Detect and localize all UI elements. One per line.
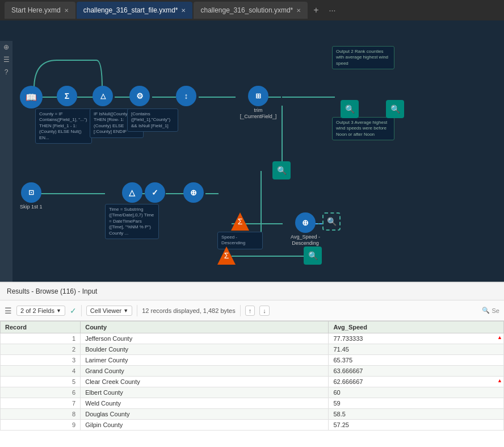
table-row: 8Douglas County58.5	[1, 409, 504, 420]
formula-box-4: Time = Substring ([Time/Date],0,7) Time …	[105, 204, 159, 239]
sep-2	[137, 305, 137, 316]
viewer-chevron: ▼	[123, 308, 128, 314]
formula-node-1[interactable]: Σ	[57, 86, 77, 106]
cell-record: 4	[1, 366, 81, 377]
tab-start-here-label: Start Here.yxmd	[11, 6, 61, 14]
summarize-node-1[interactable]: Σ Speed - Descending	[217, 212, 263, 248]
viewer-label: Cell Viewer	[90, 307, 121, 314]
col-header-record[interactable]: Record	[1, 321, 81, 333]
records-info: 12 records displayed, 1,482 bytes	[142, 307, 236, 314]
cell-county: Weld County	[81, 398, 329, 409]
hamburger-icon: ☰	[5, 306, 12, 315]
table-row: 1Jefferson County77.733333▲	[1, 333, 504, 344]
cell-avgspeed: 60	[329, 387, 504, 398]
fields-label: 2 of 2 Fields	[20, 307, 54, 314]
search-label: Se	[492, 307, 499, 314]
skip-label: Skip 1st 1	[20, 204, 43, 210]
tab-challenge-start-label: challenge_316_start_file.yxmd*	[83, 6, 178, 14]
cell-county: Douglas County	[81, 409, 329, 420]
cell-avgspeed: 57.25	[329, 420, 504, 431]
cell-county: Clear Creek County	[81, 377, 329, 387]
cell-record: 5	[1, 377, 81, 387]
tab-start-here[interactable]: Start Here.yxmd ✕	[5, 2, 75, 19]
table-row: 9Gilpin County57.25	[1, 420, 504, 431]
fields-chevron: ▼	[56, 308, 61, 314]
browse-output-1[interactable]: 🔍	[341, 100, 359, 118]
data-table-scroll[interactable]: Record County Avg_Speed 1Jefferson Count…	[0, 321, 504, 447]
table-row: 4Grand County63.666667	[1, 366, 504, 377]
cell-county: Grand County	[81, 366, 329, 377]
union-join-node[interactable]: ⊕ Avg_Speed - Descending	[283, 212, 328, 247]
cell-record: 7	[1, 398, 81, 409]
cell-county: Elbert County	[81, 387, 329, 398]
sidebar-move-icon[interactable]: ⊕	[3, 43, 9, 51]
cell-record: 1	[1, 333, 81, 344]
results-table: Record County Avg_Speed 1Jefferson Count…	[0, 321, 504, 431]
cell-avgspeed: 59	[329, 398, 504, 409]
table-row: 5Clear Creek County62.666667▲	[1, 377, 504, 387]
tab-more-button[interactable]: ···	[325, 3, 341, 17]
tab-start-here-close[interactable]: ✕	[64, 7, 69, 14]
cell-record: 8	[1, 409, 81, 420]
results-header: Results - Browse (116) - Input	[0, 283, 504, 300]
union-node[interactable]: ⊕	[183, 182, 204, 203]
cell-record: 3	[1, 355, 81, 366]
tab-challenge-start-close[interactable]: ✕	[181, 7, 186, 14]
results-toolbar: ☰ 2 of 2 Fields ▼ ✓ Cell Viewer ▼ 12 rec…	[0, 300, 504, 321]
results-title: Results - Browse (116) - Input	[7, 287, 97, 295]
workflow-canvas: ⊕ ☰ ? 📖 Σ	[0, 20, 504, 282]
browse-node-dashed[interactable]: 🔍	[322, 212, 341, 231]
search-area: 🔍 Se	[482, 307, 499, 314]
table-row: 6Elbert County60	[1, 387, 504, 398]
cell-record: 2	[1, 344, 81, 355]
cell-record: 6	[1, 387, 81, 398]
sep-3	[240, 305, 241, 316]
sep-1	[81, 305, 82, 316]
formula-node-2[interactable]: △	[93, 86, 113, 106]
tab-challenge-solution-label: challenge_316_solution.yxmd*	[200, 6, 293, 14]
browse-node-bottom[interactable]: 🔍	[304, 247, 322, 265]
input-node[interactable]: 📖	[20, 86, 43, 108]
avg-label: Avg_Speed - Descending	[283, 234, 328, 247]
cell-avgspeed: 77.733333▲	[329, 333, 504, 344]
table-row: 3Larimer County65.375	[1, 355, 504, 366]
formula-box-3: [Contains ([Field_1],"County") && IsNull…	[127, 108, 178, 132]
col-header-avgspeed[interactable]: Avg_Speed	[329, 321, 504, 333]
scroll-up-button[interactable]: ↑	[245, 306, 255, 316]
col-header-county[interactable]: County	[81, 321, 329, 333]
filter-node[interactable]: ⚙	[129, 86, 150, 106]
trim-node[interactable]: ⊞ trim [_CurrentField_]	[236, 86, 281, 120]
cell-avgspeed: 62.666667▲	[329, 377, 504, 387]
browse-node-top[interactable]: 🔍	[272, 161, 291, 179]
tab-challenge-start[interactable]: challenge_316_start_file.yxmd* ✕	[77, 2, 193, 19]
tab-challenge-solution[interactable]: challenge_316_solution.yxmd* ✕	[194, 2, 308, 19]
sort-node[interactable]: ↕	[176, 86, 196, 106]
tab-bar: Start Here.yxmd ✕ challenge_316_start_fi…	[0, 0, 504, 20]
table-header-row: Record County Avg_Speed	[1, 321, 504, 333]
cell-avgspeed: 58.5	[329, 409, 504, 420]
trim-label: trim [_CurrentField_]	[236, 107, 281, 120]
tab-add-button[interactable]: +	[309, 3, 323, 18]
cell-county: Boulder County	[81, 344, 329, 355]
sidebar-question-icon[interactable]: ?	[5, 68, 9, 76]
formula-box-1: County = IF Contains([Field_1], "...") T…	[35, 108, 92, 144]
sample-node[interactable]: ⊡ Skip 1st 1	[20, 182, 43, 210]
cell-county: Jefferson County	[81, 333, 329, 344]
browse-output-2[interactable]: 🔍	[386, 100, 404, 118]
tab-challenge-solution-close[interactable]: ✕	[296, 7, 301, 14]
cell-county: Larimer County	[81, 355, 329, 366]
table-row: 7Weld County59	[1, 398, 504, 409]
cell-avgspeed: 71.45	[329, 344, 504, 355]
checkmark-node[interactable]: ✓	[145, 182, 165, 203]
cell-avgspeed: 65.375	[329, 355, 504, 366]
cell-county: Gilpin County	[81, 420, 329, 431]
sidebar-hand-icon[interactable]: ☰	[3, 56, 10, 64]
results-panel: Results - Browse (116) - Input ☰ 2 of 2 …	[0, 282, 504, 447]
fields-dropdown[interactable]: 2 of 2 Fields ▼	[16, 306, 65, 316]
output-box-3: Output 3 Average highest wind speeds wer…	[332, 117, 394, 140]
canvas-sidebar: ⊕ ☰ ?	[0, 41, 12, 282]
summarize-node-2[interactable]: Σ	[217, 247, 236, 265]
cell-record: 9	[1, 420, 81, 431]
viewer-dropdown[interactable]: Cell Viewer ▼	[86, 306, 132, 316]
scroll-down-button[interactable]: ↓	[259, 306, 270, 316]
